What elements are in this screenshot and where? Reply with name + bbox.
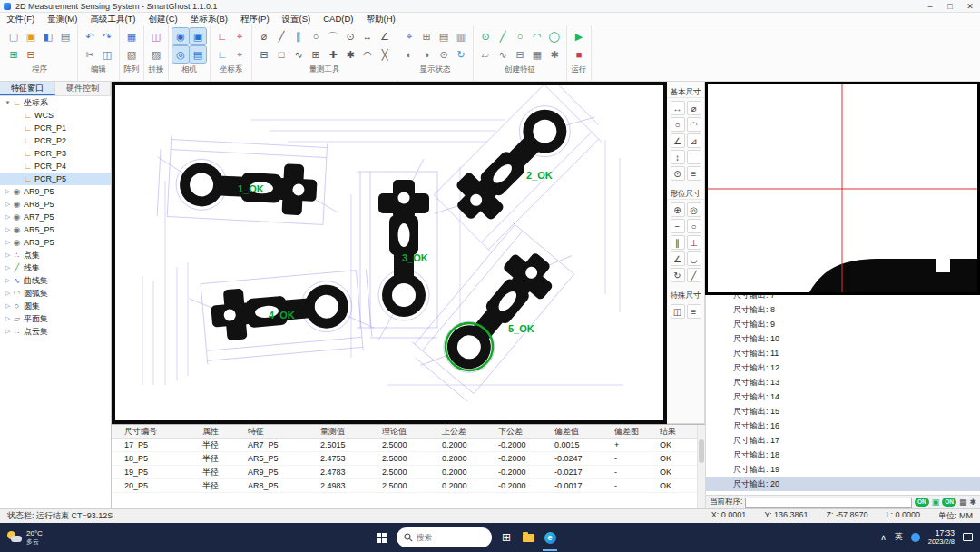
parallel-tool-icon[interactable]: ∥: [290, 28, 307, 44]
diameter-dim-icon[interactable]: ⌀: [687, 101, 701, 115]
tree-item[interactable]: ▷ ◉ AR8_P5: [0, 198, 111, 211]
dimension-output-item[interactable]: 尺寸输出: 17: [706, 433, 980, 448]
dimension-output-item[interactable]: 尺寸输出: 12: [706, 360, 980, 375]
dimension-output-item[interactable]: 尺寸输出: 8: [706, 302, 980, 317]
menu-item[interactable]: 帮助(H): [360, 13, 402, 25]
rect-tool-icon[interactable]: □: [273, 46, 289, 63]
tab-feature-window[interactable]: 特征窗口: [0, 82, 55, 95]
tree-item[interactable]: ∟ PCR_P5: [0, 172, 111, 185]
camera-live-icon[interactable]: ◉: [172, 28, 189, 44]
wcs-icon[interactable]: ∟: [214, 28, 230, 44]
table-row[interactable]: 20_P5半径AR8_P52.49832.50000.2000-0.2000-0…: [112, 479, 705, 493]
coord-edit-icon[interactable]: ⌖: [231, 46, 248, 63]
coord-build-icon[interactable]: ∟: [214, 46, 230, 63]
table-row[interactable]: 19_P5半径AR9_P52.47832.50000.2000-0.2000-0…: [112, 466, 705, 479]
notification-center-icon[interactable]: [963, 533, 973, 541]
menu-item[interactable]: 创建(C): [142, 13, 184, 25]
tree-item[interactable]: ▷ ╱ 线集: [0, 261, 111, 274]
maximize-button[interactable]: □: [940, 0, 960, 13]
table-scrollbar[interactable]: [697, 425, 705, 509]
tree-expander-icon[interactable]: ▷: [4, 188, 12, 195]
open-program-icon[interactable]: ▣: [23, 28, 39, 44]
tree-item[interactable]: ▾ ∟ 坐标系: [0, 96, 111, 109]
grid-tool-icon[interactable]: ⊞: [308, 46, 324, 63]
program-settings-icon[interactable]: ✱: [969, 498, 976, 507]
caliper-tool-icon[interactable]: ⊟: [256, 46, 272, 63]
create-slot-icon[interactable]: ⊟: [512, 46, 528, 63]
dimension-output-item[interactable]: 尺寸输出: 15: [706, 404, 980, 419]
redo-icon[interactable]: ↷: [99, 28, 115, 44]
menu-item[interactable]: 程序(P): [234, 13, 276, 25]
compass-tool-icon[interactable]: ⌀: [256, 28, 272, 44]
dimension-output-list[interactable]: 尺寸输出: 7 尺寸输出: 8 尺寸输出: 9 尺寸输出: 10 尺寸输出: 1…: [705, 295, 980, 495]
tree-expander-icon[interactable]: ▷: [4, 213, 12, 221]
contrast-icon[interactable]: ◑: [418, 46, 435, 63]
dimension-output-item[interactable]: 尺寸输出: 16: [706, 419, 980, 433]
dimension-output-item[interactable]: 尺寸输出: 9: [706, 317, 980, 331]
tree-item[interactable]: ∟ PCR_P1: [0, 122, 111, 134]
save-program-icon[interactable]: ◧: [40, 28, 56, 44]
point-dim-icon[interactable]: ⊙: [671, 166, 685, 181]
pcr-icon[interactable]: ⌖: [231, 28, 248, 44]
camera-view[interactable]: [705, 82, 980, 295]
stitch-settings-icon[interactable]: ▨: [148, 46, 164, 63]
import-program-icon[interactable]: ⊞: [5, 46, 22, 63]
menu-item[interactable]: 文件(F): [0, 13, 41, 25]
tree-expander-icon[interactable]: ▷: [4, 302, 12, 310]
taskbar-search[interactable]: [397, 527, 492, 547]
create-arc-icon[interactable]: ◠: [529, 28, 545, 44]
array-icon[interactable]: ▦: [123, 28, 140, 44]
line-tool-icon[interactable]: ╱: [273, 28, 289, 44]
layer-display-icon[interactable]: ▥: [453, 28, 469, 44]
h-distance-dim-icon[interactable]: ↔: [671, 101, 685, 115]
display-grid-icon[interactable]: ▦: [959, 498, 967, 507]
stack-dim-icon[interactable]: ≡: [687, 166, 701, 181]
profile-dim-icon[interactable]: ◡: [687, 251, 701, 266]
toggle-on-1[interactable]: ON: [915, 498, 929, 507]
copy-icon[interactable]: ◫: [99, 46, 115, 63]
start-button[interactable]: [369, 523, 393, 552]
monitor-icon[interactable]: ▣: [932, 498, 940, 507]
table-row[interactable]: 17_P5半径AR7_P52.50152.50000.2000-0.20000.…: [112, 439, 705, 452]
line-profile-dim-icon[interactable]: ╱: [687, 268, 701, 282]
camera-grab-icon[interactable]: ◎: [172, 46, 189, 63]
tree-item[interactable]: ▷ ∷ 点云集: [0, 325, 111, 338]
dimension-output-item[interactable]: 尺寸输出: 19: [706, 462, 980, 477]
menu-item[interactable]: 量测(M): [41, 13, 83, 25]
run-icon[interactable]: ▶: [571, 28, 587, 44]
radius-tool-icon[interactable]: ◠: [359, 46, 376, 63]
tab-hardware-control[interactable]: 硬件控制: [55, 82, 111, 95]
tree-item[interactable]: ▷ ◉ AR5_P5: [0, 223, 111, 236]
dimension-output-item[interactable]: 尺寸输出: 20: [706, 477, 980, 491]
stop-icon[interactable]: ■: [571, 46, 587, 63]
toggle-on-2[interactable]: ON: [942, 498, 956, 507]
tray-app-icon[interactable]: [911, 533, 920, 542]
tree-item[interactable]: ∟ PCR_P2: [0, 134, 111, 147]
input-language-indicator[interactable]: 英: [895, 531, 903, 543]
cross-tool-icon[interactable]: ╳: [377, 46, 393, 63]
angle-tool-icon[interactable]: ∠: [377, 28, 393, 44]
create-point-icon[interactable]: ⊙: [477, 28, 494, 44]
tree-item[interactable]: ▷ ▱ 平面集: [0, 312, 111, 325]
curve-tool-icon[interactable]: ∿: [290, 46, 307, 63]
tree-expander-icon[interactable]: ▷: [4, 251, 12, 259]
menu-item[interactable]: 高级工具(T): [83, 13, 142, 25]
camera-capture-icon[interactable]: ▣: [190, 28, 206, 44]
menu-item[interactable]: 设置(S): [276, 13, 318, 25]
menu-item[interactable]: 坐标系(B): [184, 13, 234, 25]
create-line-icon[interactable]: ╱: [495, 28, 511, 44]
label-display-icon[interactable]: ▤: [436, 28, 452, 44]
arc-dim-icon[interactable]: ◠: [687, 117, 701, 132]
brightness-icon[interactable]: ◐: [401, 46, 417, 63]
minimize-button[interactable]: –: [920, 0, 940, 13]
tree-expander-icon[interactable]: ▷: [4, 264, 12, 271]
dimension-output-item[interactable]: 尺寸输出: 18: [706, 448, 980, 462]
create-circle-icon[interactable]: ○: [512, 28, 528, 44]
file-explorer-icon[interactable]: [517, 523, 539, 552]
tree-item[interactable]: ▷ ∴ 点集: [0, 249, 111, 261]
distance-tool-icon[interactable]: ↔: [359, 28, 376, 44]
tree-expander-icon[interactable]: ▷: [4, 277, 12, 284]
camera-settings-icon[interactable]: ▤: [190, 46, 206, 63]
roundness-dim-icon[interactable]: ○: [687, 219, 701, 233]
tree-expander-icon[interactable]: ▷: [4, 239, 12, 246]
